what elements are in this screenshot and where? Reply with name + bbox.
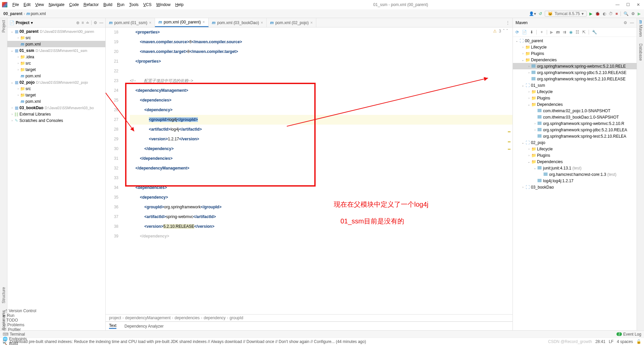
subtab-text[interactable]: Text <box>109 323 116 329</box>
error-stripe[interactable] <box>508 38 511 238</box>
maven-tree-item[interactable]: ›org.springframework:spring-webmvc:5.2.1… <box>513 120 637 127</box>
indent[interactable]: 4 spaces <box>617 339 633 344</box>
maven-tree-item[interactable]: ›org.springframework:spring-webmvc:5.2.1… <box>513 63 637 69</box>
maven-tree-item[interactable]: ⌄⛶00_parent <box>513 38 637 44</box>
close-tab-icon[interactable]: × <box>261 20 263 25</box>
editor-tab[interactable]: mpom.xml (02_pojo)× <box>267 18 316 27</box>
offline-icon[interactable]: ◉ <box>569 30 573 34</box>
maximize-icon[interactable]: ☐ <box>626 2 630 7</box>
collapse-icon[interactable]: ≐ <box>86 20 89 25</box>
skip-tests-icon[interactable]: ⇉ <box>563 30 566 34</box>
menu-refactor[interactable]: Refactor <box>81 2 101 7</box>
menu-navigate[interactable]: Navigate <box>46 2 67 7</box>
bottom-tool-profiler[interactable]: ⏱ Profiler <box>3 327 36 332</box>
project-tree[interactable]: ⌄▦00_parentD:\Java01\SSM\maven\00_paren›… <box>7 27 105 330</box>
settings-icon[interactable]: ⚙ <box>94 20 97 25</box>
maven-tree[interactable]: ⌄⛶00_parent›📁Lifecycle›📁Plugins⌄📁Depende… <box>513 37 637 330</box>
maven-tree-item[interactable]: ⌄⛶01_ssm <box>513 82 637 88</box>
project-tree-item[interactable]: mpom.xml <box>7 41 105 47</box>
project-tree-item[interactable]: ›∥∥External Libraries <box>7 111 105 117</box>
project-tree-item[interactable]: ›📁target <box>7 92 105 98</box>
minimize-icon[interactable]: — <box>615 2 620 7</box>
close-tab-icon[interactable]: × <box>310 20 313 25</box>
project-tree-item[interactable]: ›📁src <box>7 85 105 92</box>
maven-tree-item[interactable]: ⌄📁Dependencies <box>513 57 637 63</box>
editor-crumb[interactable]: dependencies <box>174 316 200 320</box>
hide-icon[interactable]: — <box>99 20 103 25</box>
maven-tree-item[interactable]: ›📁Lifecycle <box>513 44 637 50</box>
maven-tree-item[interactable]: ⌄junit:junit:4.13.1 (test) <box>513 165 637 171</box>
generate-icon[interactable]: 📄 <box>522 30 527 34</box>
project-panel-title[interactable]: 📄 Project ▾ <box>9 20 33 25</box>
bottom-tool-problems[interactable]: ⊘ Problems <box>3 323 36 327</box>
more-icon[interactable]: ▶ <box>638 11 641 16</box>
menu-run[interactable]: Run <box>115 2 127 7</box>
menu-window[interactable]: Window <box>154 2 173 7</box>
run-icon[interactable]: ▶ <box>550 30 553 34</box>
close-icon[interactable]: ✕ <box>637 2 640 7</box>
readonly-icon[interactable]: 🔓 <box>636 339 641 344</box>
stop-icon[interactable]: ■ <box>615 11 618 16</box>
tool-database[interactable]: Database <box>638 44 643 61</box>
caret-pos[interactable]: 28:41 <box>595 339 605 344</box>
project-tree-item[interactable]: ⌄▦00_parentD:\Java01\SSM\maven\00_paren <box>7 28 105 34</box>
menu-view[interactable]: View <box>33 2 46 7</box>
download-icon[interactable]: ⬇ <box>530 30 533 34</box>
maven-tree-item[interactable]: ›⛶03_bookDao <box>513 184 637 190</box>
maven-tree-item[interactable]: ›org.springframework:spring-jdbc:5.2.10.… <box>513 69 637 76</box>
hide-icon[interactable]: — <box>630 20 634 25</box>
settings-icon[interactable]: ⚙ <box>631 11 635 16</box>
tool-project[interactable]: Project <box>1 20 6 32</box>
menu-help[interactable]: Help <box>173 2 186 7</box>
tool-bookmarks[interactable]: Bookmarks <box>1 310 6 330</box>
maven-tree-item[interactable]: log4j:log4j:1.2.17 <box>513 178 637 184</box>
maven-tree-item[interactable]: org.springframework:spring-test:5.2.10.R… <box>513 133 637 139</box>
status-icon[interactable]: ☐ <box>3 339 6 344</box>
debug-icon[interactable]: 🐞 <box>595 11 600 16</box>
editor-tab[interactable]: mpom.xml (01_ssm)× <box>106 18 155 27</box>
user-icon[interactable]: 👤▾ <box>529 11 536 16</box>
maven-tree-item[interactable]: ⌄📁Dependencies <box>513 101 637 108</box>
run-config-selector[interactable]: 🐱Tomcat 8.5.75▾ <box>545 11 586 17</box>
maven-tree-item[interactable]: ⌄⛶02_pojo <box>513 139 637 146</box>
editor-crumb[interactable]: dependency <box>204 316 225 320</box>
maven-tree-item[interactable]: ›📁Lifecycle <box>513 88 637 95</box>
close-tab-icon[interactable]: × <box>149 20 151 25</box>
event-log[interactable]: 2Event Log <box>616 332 641 337</box>
menu-vcs[interactable]: VCS <box>141 2 154 7</box>
profile-icon[interactable]: ⏱ <box>609 11 613 16</box>
maven-tree-item[interactable]: org.hamcrest:hamcrest-core:1.3 (test) <box>513 171 637 178</box>
maven-tree-item[interactable]: ›📁Plugins <box>513 50 637 57</box>
editor-crumb[interactable]: groupId <box>230 316 244 320</box>
breadcrumb-file[interactable]: pom.xml <box>31 11 46 16</box>
project-tree-item[interactable]: mpom.xml <box>7 98 105 105</box>
bottom-tool-run[interactable]: ▶ Run <box>3 313 36 318</box>
maven-tree-item[interactable]: ›org.springframework:spring-jdbc:5.2.10.… <box>513 127 637 133</box>
maven-tree-item[interactable]: ›📁Plugins <box>513 152 637 158</box>
line-sep[interactable]: LF <box>609 339 613 344</box>
expand-icon[interactable]: ≡ <box>82 20 84 25</box>
prev-highlight-icon[interactable]: ˆ <box>503 29 504 33</box>
search-icon[interactable]: 🔍 <box>624 11 629 16</box>
maven-tree-item[interactable]: ⌄📁Dependencies <box>513 158 637 165</box>
bottom-tool-todo[interactable]: ≡ TODO <box>3 318 36 323</box>
subtab-dep-analyzer[interactable]: Dependency Analyzer <box>124 324 164 329</box>
tabs-more-icon[interactable]: ⋮ <box>503 18 513 27</box>
project-tree-item[interactable]: ›📁target <box>7 66 105 73</box>
show-deps-icon[interactable]: ☷ <box>576 30 579 34</box>
run-icon[interactable]: ▶ <box>589 11 592 16</box>
close-tab-icon[interactable]: × <box>203 20 205 24</box>
next-highlight-icon[interactable]: ˇ <box>506 29 508 33</box>
menu-tools[interactable]: Tools <box>127 2 141 7</box>
code-area[interactable]: <properties> <maven.compiler.source>8</m… <box>126 27 513 314</box>
editor-crumb[interactable]: dependencyManagement <box>125 316 170 320</box>
wrench-icon[interactable]: 🔧 <box>592 30 597 34</box>
collapse-all-icon[interactable]: ⇱ <box>582 30 586 34</box>
menu-build[interactable]: Build <box>101 2 115 7</box>
build-icon[interactable]: ↺ <box>539 11 542 16</box>
project-tree-item[interactable]: ⌄▦01_ssmD:\Java01\SSM\maven\01_ssm <box>7 47 105 54</box>
editor-tab[interactable]: mpom.xml (03_bookDao)× <box>209 18 267 27</box>
project-tree-item[interactable]: mpom.xml <box>7 73 105 79</box>
project-tree-item[interactable]: ›📁.idea <box>7 54 105 60</box>
m-icon[interactable]: m <box>556 30 560 34</box>
